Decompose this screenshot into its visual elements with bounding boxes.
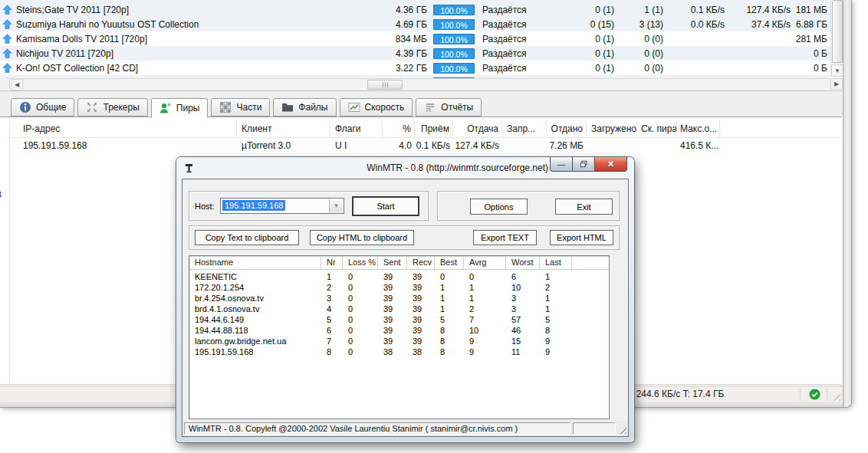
chevron-down-icon[interactable]: ▼ xyxy=(329,199,343,212)
tab-trackers[interactable]: Трекеры xyxy=(77,98,147,117)
trace-column-header[interactable]: Worst xyxy=(506,256,540,269)
torrent-status: Раздаётся xyxy=(478,34,554,44)
tab-files[interactable]: Файлы xyxy=(273,98,336,117)
close-button[interactable]: ✕ xyxy=(594,157,627,172)
peers-column-header[interactable]: Флаги xyxy=(330,120,383,137)
trace-column-header[interactable]: Avrg xyxy=(464,256,506,269)
trace-cell: 0 xyxy=(343,314,378,325)
peers-row[interactable]: 195.191.59.168µTorrent 3.0U I4.00.1 КБ/s… xyxy=(10,138,841,153)
host-value[interactable]: 195.191.59.168 xyxy=(222,200,285,211)
torrent-list-horizontal-scrollbar[interactable]: ◀ xyxy=(11,78,830,90)
torrent-seeds: 0 (1) xyxy=(554,48,614,59)
tab-speed[interactable]: Скорость xyxy=(340,98,413,117)
start-button[interactable]: Start xyxy=(352,196,419,216)
peers-column-header[interactable]: Загружено xyxy=(587,120,637,137)
trace-column-header[interactable]: Loss % xyxy=(343,256,378,269)
peers-column-header[interactable]: Макс.о... xyxy=(677,120,720,137)
trace-column-header[interactable]: Sent xyxy=(378,256,407,269)
torrent-status: Раздаётся xyxy=(478,63,554,74)
host-combobox[interactable]: 195.191.59.168 ▼ xyxy=(220,198,344,214)
trace-cell: KEENETIC xyxy=(189,271,321,282)
peers-column-header[interactable]: % xyxy=(383,120,415,137)
vertical-scroll-thumb[interactable] xyxy=(832,0,843,63)
trace-column-header[interactable]: Hostname xyxy=(189,256,321,269)
peers-column-header[interactable]: Приём xyxy=(415,120,453,137)
trace-cell: 1 xyxy=(321,271,343,282)
peers-icon xyxy=(159,102,172,114)
peers-header-filler xyxy=(720,120,841,137)
minimize-button[interactable]: — xyxy=(550,157,572,172)
trace-column-header[interactable]: Last xyxy=(540,256,572,269)
trace-row[interactable]: 194.44.6.14950393957575 xyxy=(189,314,609,325)
tab-pieces[interactable]: Части xyxy=(211,98,270,117)
trace-cell: 7 xyxy=(464,314,506,325)
trace-cell: 5 xyxy=(321,314,343,325)
trace-cell: 0 xyxy=(343,271,378,282)
torrent-down-speed: 37.4 КБ/s xyxy=(725,19,791,30)
peers-column-header[interactable]: Клиент xyxy=(237,120,330,137)
copy-text-button[interactable]: Copy Text to clipboard xyxy=(195,230,299,245)
torrent-row[interactable]: Nichijou TV 2011 [720p]4.39 ГБ100.0%Разд… xyxy=(0,46,830,61)
torrent-size: 834 МБ xyxy=(372,34,427,44)
trace-column-header[interactable]: Best xyxy=(435,256,464,269)
status-transfer-text: : 244.6 КБ/с T: 17.4 ГБ xyxy=(631,389,724,399)
peers-column-header[interactable]: Отдача xyxy=(453,120,502,137)
peers-column-header[interactable]: Отдано xyxy=(547,120,587,137)
export-html-button[interactable]: Export HTML xyxy=(550,230,613,245)
trace-row[interactable]: br.4.254.osnova.tv3039391131 xyxy=(189,293,609,304)
copy-html-button[interactable]: Copy HTML to clipboard xyxy=(310,230,414,245)
panel-divider xyxy=(9,117,10,384)
torrent-up-speed: 0.0 КБ/s xyxy=(663,19,725,30)
torrent-name-cell: Kamisama Dolls TV 2011 [720p] xyxy=(0,34,372,44)
trace-cell: 6 xyxy=(321,325,343,336)
trace-row[interactable]: 194.44.88.118603939810468 xyxy=(189,325,609,336)
tab-general[interactable]: Общие xyxy=(11,98,74,117)
peers-cell xyxy=(637,138,677,153)
trace-row[interactable]: 172.20.1.25420393911102 xyxy=(189,282,609,293)
export-text-button[interactable]: Export TEXT xyxy=(473,230,537,245)
restore-button[interactable] xyxy=(572,157,594,172)
torrent-row[interactable]: Suzumiya Haruhi no Yuuutsu OST Collectio… xyxy=(0,17,830,31)
tab-trackers-label: Трекеры xyxy=(103,102,139,113)
trace-column-header[interactable]: Nr xyxy=(321,256,343,269)
exit-button[interactable]: Exit xyxy=(555,199,613,215)
torrent-row[interactable]: Steins;Gate TV 2011 [720p]4.36 ГБ100.0%Р… xyxy=(0,2,830,17)
scroll-down-arrow[interactable]: ▼ xyxy=(831,64,843,77)
peers-column-header[interactable]: Запр... xyxy=(502,120,547,137)
torrent-name: Steins;Gate TV 2011 [720p] xyxy=(16,5,129,15)
trace-cell: 38 xyxy=(378,346,407,357)
trace-cell: 4 xyxy=(321,304,343,314)
trace-column-header[interactable]: Recv xyxy=(407,256,435,269)
trace-cell: 0 xyxy=(435,271,464,282)
trace-row[interactable]: lancom.gw.bridge.net.ua70393989159 xyxy=(189,336,609,346)
trace-row[interactable]: brd.4.1.osnova.tv4039391231 xyxy=(189,304,609,314)
winmtr-window: WinMTR - 0.8 (http://winmtr.sourceforge.… xyxy=(176,157,634,442)
torrent-row[interactable]: K-On! OST Collection [42 CD]3.22 ГБ100.0… xyxy=(0,61,830,75)
torrent-list-vertical-scrollbar[interactable]: ▼ xyxy=(830,0,843,77)
torrent-status: Раздаётся xyxy=(478,5,554,15)
seeding-arrow-icon xyxy=(2,34,12,44)
torrent-seeds: 0 (1) xyxy=(554,63,614,74)
trace-cell: 8 xyxy=(435,325,464,336)
torrent-seeds: 0 (1) xyxy=(554,5,614,15)
resize-grip-icon[interactable] xyxy=(617,425,626,434)
trace-row[interactable]: 195.191.59.16880383889119 xyxy=(189,346,609,357)
tab-logger[interactable]: Отчёты xyxy=(416,98,482,117)
torrent-size: 4.36 ГБ xyxy=(372,5,427,15)
scroll-left-arrow[interactable]: ◀ xyxy=(11,79,23,90)
trace-table-rows: KEENETIC1039390061172.20.1.2542039391110… xyxy=(189,270,609,357)
seeding-arrow-icon xyxy=(2,48,12,58)
trace-cell: 39 xyxy=(378,336,407,346)
winmtr-title-bar[interactable]: WinMTR - 0.8 (http://winmtr.sourceforge.… xyxy=(176,157,634,179)
peers-column-header[interactable]: Ск. пира xyxy=(637,120,677,137)
resize-grip-icon[interactable] xyxy=(831,392,840,401)
scroll-right-arrow[interactable]: ▶ xyxy=(830,78,843,90)
tab-peers[interactable]: Пиры xyxy=(151,98,209,118)
options-button[interactable]: Options xyxy=(470,199,528,215)
peers-cell: U I xyxy=(330,138,383,153)
trace-cell: 7 xyxy=(321,336,343,346)
horizontal-scroll-thumb[interactable] xyxy=(367,80,403,90)
torrent-row[interactable]: Kamisama Dolls TV 2011 [720p]834 МБ100.0… xyxy=(0,31,830,46)
peers-column-header[interactable]: IP-адрес xyxy=(10,120,237,137)
trace-row[interactable]: KEENETIC1039390061 xyxy=(189,271,609,282)
